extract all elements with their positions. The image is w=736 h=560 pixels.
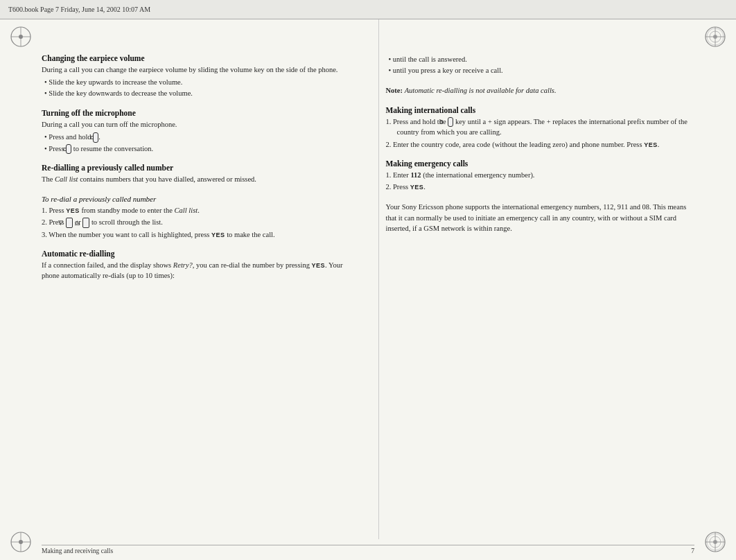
content-area: Changing the earpiece volume During a ca… bbox=[42, 19, 694, 539]
section-international-calls: Making international calls 1. Press and … bbox=[386, 106, 695, 150]
redial-step-1: 1. Press YES from standby mode to enter … bbox=[42, 205, 351, 216]
intl-step-1: 1. Press and hold the 0 key until a + si… bbox=[386, 116, 695, 138]
auto-redial-body: If a connection failed, and the display … bbox=[42, 260, 351, 281]
emergency-step-2: 2. Press YES. bbox=[386, 182, 695, 192]
intl-step-2: 2. Enter the country code, area code (wi… bbox=[386, 139, 695, 150]
section-emergency-note: Your Sony Ericsson phone supports the in… bbox=[386, 202, 695, 234]
section-earpiece-volume: Changing the earpiece volume During a ca… bbox=[42, 54, 351, 99]
key-c-press: c bbox=[66, 144, 71, 154]
note-paragraph: Note: Automatic re-dialling is not avail… bbox=[386, 85, 695, 96]
redial-step-2: 2. Press ▽ or △ to scroll through the li… bbox=[42, 217, 351, 228]
redialling-heading: Re-dialling a previously called number bbox=[42, 164, 351, 172]
footer: Making and receiving calls 7 bbox=[42, 545, 694, 554]
microphone-bullet-1: Press and hold c. bbox=[42, 132, 351, 143]
redial-step-3: 3. When the number you want to call is h… bbox=[42, 229, 351, 240]
section-to-redial: To re-dial a previously called number 1.… bbox=[42, 195, 351, 240]
redialling-body: The Call list contains numbers that you … bbox=[42, 174, 351, 184]
corner-mark-tr bbox=[703, 24, 728, 49]
microphone-bullet-2: Press c to resume the conversation. bbox=[42, 143, 351, 155]
emergency-step-1: 1. Enter 112 (the international emergenc… bbox=[386, 170, 695, 180]
emergency-note-body: Your Sony Ericsson phone supports the in… bbox=[386, 202, 695, 234]
corner-mark-tl bbox=[8, 24, 33, 49]
earpiece-body: During a call you can change the earpiec… bbox=[42, 64, 351, 75]
corner-mark-bl bbox=[8, 530, 33, 554]
international-heading: Making international calls bbox=[386, 106, 695, 114]
key-0: 0 bbox=[448, 117, 453, 127]
corner-mark-br bbox=[703, 530, 728, 554]
auto-redial-heading: Automatic re-dialling bbox=[42, 250, 351, 258]
continuation-bullet-1: until the call is answered. bbox=[386, 54, 695, 64]
microphone-heading: Turning off the microphone bbox=[42, 109, 351, 117]
earpiece-bullet-2: Slide the key downwards to decrease the … bbox=[42, 88, 351, 98]
section-emergency-calls: Making emergency calls 1. Enter 112 (the… bbox=[386, 159, 695, 192]
header-text: T600.book Page 7 Friday, June 14, 2002 1… bbox=[8, 6, 150, 13]
earpiece-bullet-1: Slide the key upwards to increase the vo… bbox=[42, 77, 351, 87]
section-microphone: Turning off the microphone During a call… bbox=[42, 109, 351, 155]
key-c-hold: c bbox=[93, 132, 98, 142]
earpiece-heading: Changing the earpiece volume bbox=[42, 54, 351, 62]
right-column: until the call is answered. until you pr… bbox=[378, 19, 695, 539]
section-auto-redial: Automatic re-dialling If a connection fa… bbox=[42, 250, 351, 281]
section-note: Note: Automatic re-dialling is not avail… bbox=[386, 85, 695, 96]
section-redialling: Re-dialling a previously called number T… bbox=[42, 164, 351, 184]
footer-page-number: 7 bbox=[691, 548, 694, 554]
to-redial-heading: To re-dial a previously called number bbox=[42, 195, 351, 203]
footer-section-label: Making and receiving calls bbox=[42, 548, 113, 554]
header-bar: T600.book Page 7 Friday, June 14, 2002 1… bbox=[0, 0, 736, 19]
note-label: Note: bbox=[386, 87, 403, 94]
continuation-bullet-2: until you press a key or receive a call. bbox=[386, 65, 695, 76]
microphone-body: During a call you can turn off the micro… bbox=[42, 119, 351, 130]
emergency-heading: Making emergency calls bbox=[386, 159, 695, 168]
left-column: Changing the earpiece volume During a ca… bbox=[42, 19, 358, 539]
note-body: Automatic re-dialling is not available f… bbox=[405, 87, 557, 94]
page: T600.book Page 7 Friday, June 14, 2002 1… bbox=[0, 0, 736, 560]
section-continuation: until the call is answered. until you pr… bbox=[386, 54, 695, 76]
